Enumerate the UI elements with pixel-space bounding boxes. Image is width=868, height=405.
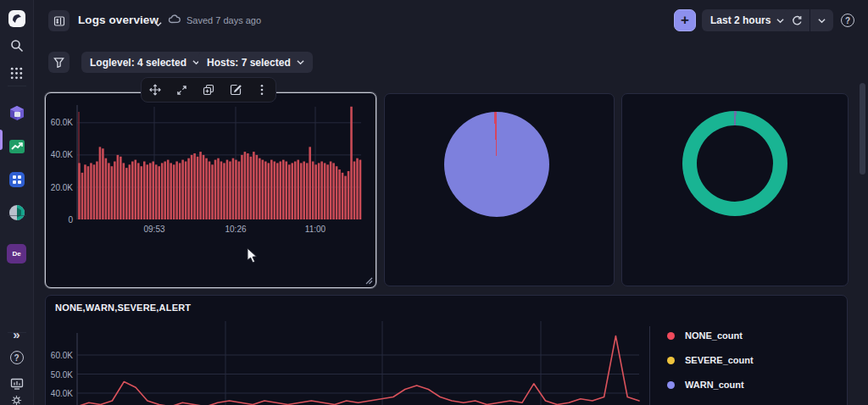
donut-hole: [697, 125, 773, 202]
legend-label: WARN_count: [685, 380, 744, 390]
settings-gear-icon[interactable]: [6, 395, 28, 405]
x-axis-tick: 11:00: [305, 225, 326, 234]
more-options-button[interactable]: [251, 79, 273, 101]
app-de-icon[interactable]: De: [6, 242, 28, 264]
hosts-filter-dropdown[interactable]: Hosts: 7 selected: [198, 52, 313, 73]
duplicate-icon: [203, 84, 214, 96]
x-axis-tick: 10:26: [225, 225, 246, 234]
edit-icon: [230, 84, 242, 96]
donut-chart: [682, 111, 787, 216]
donut-chart-panel[interactable]: [621, 93, 849, 286]
time-range-picker[interactable]: Last 2 hours: [702, 9, 793, 31]
filter-button[interactable]: [48, 52, 70, 73]
sidebar-divider: [8, 86, 26, 86]
panel-toolbar: [141, 77, 276, 103]
app-de-label: De: [7, 244, 26, 264]
app-extensions-icon[interactable]: [6, 169, 28, 191]
pie-chart: [444, 112, 549, 217]
move-icon: [149, 84, 161, 96]
help-button[interactable]: ?: [841, 14, 854, 27]
saved-status: Saved 7 days ago: [186, 15, 261, 25]
legend-item[interactable]: NONE_count: [667, 330, 743, 341]
apps-grid-icon[interactable]: [6, 62, 28, 84]
app-charts-icon[interactable]: [6, 136, 28, 158]
title-chevron-down-icon[interactable]: [154, 16, 162, 31]
resize-handle[interactable]: [364, 275, 373, 285]
funnel-icon: [53, 57, 64, 68]
app-topology-icon[interactable]: [6, 202, 28, 224]
legend-label: NONE_count: [685, 330, 743, 341]
app-cube-icon[interactable]: [6, 103, 28, 125]
active-app-indicator: [0, 130, 3, 150]
loglevel-filter-dropdown[interactable]: Loglevel: 4 selected: [81, 52, 209, 73]
y-axis-tick: 60.0K: [47, 351, 73, 360]
refresh-interval-button[interactable]: [810, 9, 833, 31]
time-range-label: Last 2 hours: [710, 14, 771, 26]
search-icon[interactable]: [6, 35, 28, 57]
refresh-split-button: [784, 9, 833, 31]
legend-item[interactable]: SEVERE_count: [667, 355, 754, 365]
y-axis-tick: 20.0K: [47, 183, 73, 192]
sidebar: De » ?: [0, 0, 34, 405]
duplicate-panel-button[interactable]: [198, 79, 220, 101]
y-axis-tick: 0: [47, 215, 73, 225]
chevron-down-icon: [818, 17, 826, 25]
monitoring-icon[interactable]: [6, 373, 28, 395]
y-axis-tick: 60.0K: [47, 118, 73, 127]
refresh-icon: [792, 15, 803, 26]
y-axis-tick: 40.0K: [47, 150, 73, 159]
legend-dot: [667, 332, 675, 340]
scrollbar-thumb[interactable]: [860, 83, 865, 175]
x-axis-tick: 09:53: [143, 225, 164, 234]
legend-divider: [649, 326, 650, 405]
y-axis-tick: 50.0K: [47, 370, 73, 380]
legend-dot: [667, 381, 675, 389]
legend-item[interactable]: WARN_count: [667, 380, 744, 390]
page-title: Logs overview: [78, 14, 159, 26]
chevron-down-icon: [297, 58, 304, 66]
help-icon[interactable]: ?: [6, 347, 28, 369]
mouse-cursor: [247, 247, 259, 264]
bar-chart: [46, 93, 376, 287]
refresh-button[interactable]: [784, 9, 810, 31]
kebab-menu-icon: [260, 84, 264, 96]
bar-chart-panel[interactable]: 60.0K 40.0K 20.0K 0 09:53 10:26 11:00: [45, 92, 376, 288]
expand-sidebar-icon[interactable]: »: [6, 323, 28, 345]
move-panel-button[interactable]: [144, 79, 166, 101]
y-axis-tick: 40.0K: [47, 389, 73, 398]
timeseries-panel[interactable]: NONE,WARN,SEVERE,ALERT 60.0K 50.0K 40.0K…: [45, 295, 848, 405]
legend-dot: [667, 357, 675, 364]
dashboard-icon-button[interactable]: [48, 10, 70, 31]
app-logo-icon[interactable]: [6, 8, 28, 30]
add-button[interactable]: +: [674, 9, 696, 31]
cloud-icon: [168, 14, 181, 25]
expand-panel-button[interactable]: [170, 79, 192, 101]
expand-icon: [176, 85, 187, 96]
sidebar-divider: [8, 332, 26, 333]
edit-panel-button[interactable]: [225, 79, 247, 101]
chevron-down-icon: [776, 17, 784, 25]
sidebar-divider: [8, 215, 26, 216]
loglevel-filter-label: Loglevel: 4 selected: [90, 57, 186, 69]
pie-chart-panel[interactable]: [384, 93, 615, 286]
hosts-filter-label: Hosts: 7 selected: [207, 57, 291, 69]
legend-label: SEVERE_count: [685, 355, 754, 365]
dashboard-icon: [53, 15, 65, 27]
